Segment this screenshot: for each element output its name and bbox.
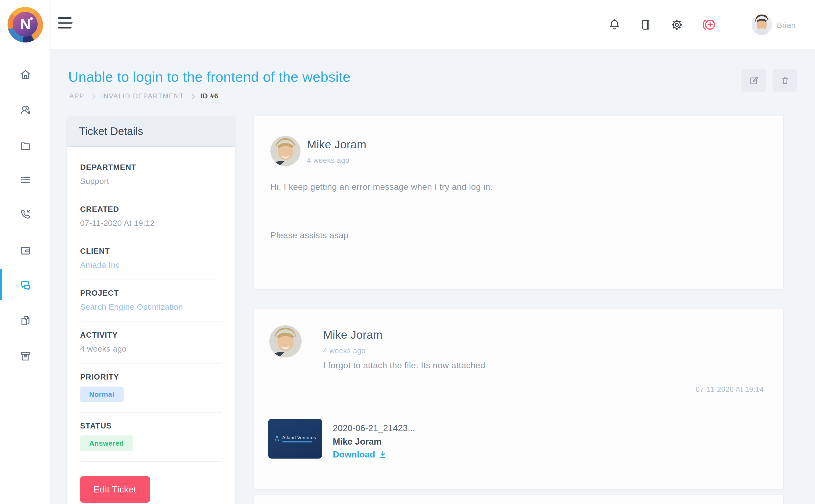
ticket-actions xyxy=(741,69,797,92)
field-label: DEPARTMENT xyxy=(80,163,222,171)
sidebar-item-documents[interactable] xyxy=(0,308,51,333)
chat-bubbles-icon xyxy=(19,278,32,292)
message-card: Mike Joram 4 weeks ago I forgot to attac… xyxy=(254,309,783,489)
logo-icon: N xyxy=(8,7,43,42)
sidebar-item-tasks[interactable] xyxy=(0,167,51,192)
field-department: DEPARTMENT Support xyxy=(80,154,222,196)
logo-letter: N xyxy=(20,17,31,32)
panel-title: Ticket Details xyxy=(79,125,143,138)
chevron-right-icon xyxy=(90,94,95,99)
message-timestamp: 07-11-2020 At 19:14 xyxy=(696,385,764,394)
app-window: N xyxy=(0,0,815,504)
message-card: Mike Joram 4 weeks ago Hi, I keep gettin… xyxy=(254,116,783,289)
breadcrumb-item-app[interactable]: APP xyxy=(69,92,84,100)
field-value: 4 weeks ago xyxy=(80,344,222,353)
field-label: PROJECT xyxy=(80,289,222,297)
message-author: Mike Joram xyxy=(307,138,366,151)
field-status: STATUS Answered xyxy=(80,413,222,462)
app-logo[interactable]: N xyxy=(0,0,51,49)
attachment-download-link[interactable]: Download xyxy=(333,449,387,460)
user-name: Brian xyxy=(777,20,796,29)
sidebar-item-home[interactable] xyxy=(0,61,51,87)
message-time: 4 weeks ago xyxy=(323,347,366,355)
field-created: CREATED 07-11-2020 At 19:12 xyxy=(80,196,222,238)
breadcrumb-item-department[interactable]: INVALID DEPARTMENT xyxy=(101,92,184,100)
edit-ticket-button[interactable]: Edit Ticket xyxy=(80,476,150,503)
project-link[interactable]: Search Engine Optimization xyxy=(80,302,222,311)
field-label: CLIENT xyxy=(80,247,222,255)
breadcrumb: APP INVALID DEPARTMENT ID #6 xyxy=(69,92,218,100)
field-priority: PRIORITY Normal xyxy=(80,364,222,413)
active-item-indicator xyxy=(0,269,2,300)
message-paragraph: Please assists asap xyxy=(270,231,348,240)
menu-toggle-icon[interactable] xyxy=(58,17,73,30)
download-label: Download xyxy=(333,449,375,460)
breadcrumb-item-ticket-id: ID #6 xyxy=(201,92,218,100)
list-icon xyxy=(19,173,32,186)
topbar-actions xyxy=(607,0,717,49)
home-icon xyxy=(19,67,32,81)
attachment-author: Mike Joram xyxy=(333,437,382,447)
message-paragraph: Hi, I keep getting an error message when… xyxy=(270,182,493,192)
field-client: CLIENT Amada Inc xyxy=(80,238,222,280)
field-label: PRIORITY xyxy=(80,373,222,381)
record-add-icon[interactable] xyxy=(701,17,717,33)
notebook-icon[interactable] xyxy=(639,18,653,32)
field-value: Support xyxy=(80,176,222,185)
sidebar-item-archive[interactable] xyxy=(0,343,51,369)
users-icon xyxy=(19,103,32,116)
message-author: Mike Joram xyxy=(323,328,383,341)
wallet-icon xyxy=(19,244,32,257)
sidebar-item-contacts[interactable] xyxy=(0,97,51,123)
field-project: PROJECT Search Engine Optimization xyxy=(80,280,222,322)
message-body: I forgot to attach the file. Its now att… xyxy=(323,361,485,370)
user-menu[interactable]: Brian xyxy=(752,0,796,49)
sidebar-item-files[interactable] xyxy=(0,133,51,159)
field-value: 07-11-2020 At 19:12 xyxy=(80,218,222,227)
atland-logo-icon xyxy=(274,435,280,442)
topbar: N xyxy=(0,0,815,49)
bell-icon[interactable] xyxy=(607,18,621,32)
attachment-thumbnail[interactable]: Atland Ventures xyxy=(268,419,322,459)
field-label: ACTIVITY xyxy=(80,331,222,339)
edit-ticket-icon-button[interactable] xyxy=(741,69,766,92)
sidebar-item-payments[interactable] xyxy=(0,238,51,263)
archive-box-icon xyxy=(19,349,32,363)
message-divider xyxy=(270,404,767,404)
gear-icon[interactable] xyxy=(670,18,684,32)
ticket-details-body: DEPARTMENT Support CREATED 07-11-2020 At… xyxy=(67,147,235,504)
client-link[interactable]: Amada Inc xyxy=(80,260,222,269)
page-title: Unable to login to the frontend of the w… xyxy=(68,69,351,85)
priority-badge: Normal xyxy=(80,387,123,402)
delete-ticket-icon-button[interactable] xyxy=(773,69,797,92)
main-content: Unable to login to the frontend of the w… xyxy=(51,49,815,504)
chevron-right-icon xyxy=(190,94,195,99)
field-activity: ACTIVITY 4 weeks ago xyxy=(80,322,222,364)
sidebar-item-calls[interactable] xyxy=(0,201,51,227)
ticket-details-panel: Ticket Details DEPARTMENT Support CREATE… xyxy=(67,117,235,504)
message-avatar xyxy=(270,136,301,166)
sidebar xyxy=(0,49,51,504)
trash-icon xyxy=(779,75,791,86)
message-card-partial xyxy=(254,495,783,504)
copy-pages-icon xyxy=(19,314,32,327)
message-time: 4 weeks ago xyxy=(307,156,349,165)
phone-incoming-icon xyxy=(19,207,32,221)
user-avatar xyxy=(752,15,772,35)
topbar-divider xyxy=(740,0,740,49)
thumbnail-brand-text: Atland Ventures xyxy=(282,435,316,440)
attachment-filename: 2020-06-21_21423... xyxy=(333,423,415,433)
sidebar-item-tickets[interactable] xyxy=(0,272,51,298)
field-label: CREATED xyxy=(80,205,222,213)
ticket-details-header: Ticket Details xyxy=(67,117,235,147)
edit-pencil-icon xyxy=(748,75,759,86)
download-arrow-icon xyxy=(379,451,387,459)
message-avatar xyxy=(269,325,302,358)
field-label: STATUS xyxy=(80,421,222,430)
status-badge: Answered xyxy=(80,435,133,451)
folder-icon xyxy=(19,139,32,152)
thumbnail-subtext-line xyxy=(282,441,312,443)
